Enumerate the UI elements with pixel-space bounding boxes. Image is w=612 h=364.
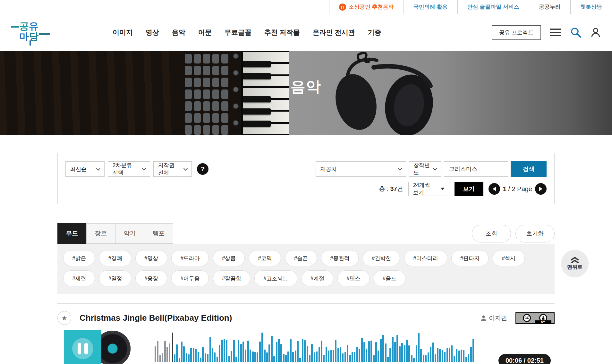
tag-passion[interactable]: #열정 (99, 270, 131, 286)
reset-button[interactable]: 초기화 (515, 225, 555, 242)
tag-dark[interactable]: #어두움 (171, 270, 208, 286)
tag-building-up[interactable]: #고조되는 (254, 270, 297, 286)
nav-item-online-exhibition[interactable]: 온라인 전시관 (313, 28, 355, 37)
creation-year-select[interactable]: 창작년도 (409, 161, 441, 177)
search-icon[interactable] (570, 27, 581, 38)
waveform-bar (205, 353, 206, 362)
favorite-star-icon[interactable]: ★ (57, 311, 71, 325)
nav-item-music[interactable]: 음악 (172, 28, 185, 37)
sort-select[interactable]: 최신순 (65, 161, 105, 177)
tag-clean[interactable]: #깔끔함 (213, 270, 250, 286)
waveform-bar (207, 354, 208, 362)
tab-tempo[interactable]: 템포 (144, 223, 173, 244)
waveform-bar (349, 355, 351, 362)
view-button[interactable]: 보기 (455, 182, 483, 196)
headphones-graphic (318, 51, 446, 135)
tag-dreamy[interactable]: #몽환적 (321, 250, 358, 266)
chevron-down-icon (142, 166, 146, 171)
tab-mood[interactable]: 무드 (57, 223, 87, 244)
pagination: 1 / 2 Page (489, 183, 547, 195)
query-button[interactable]: 조회 (472, 225, 511, 242)
tag-fresh[interactable]: #상큼 (213, 250, 245, 266)
tab-genre[interactable]: 장르 (86, 223, 115, 244)
next-page-button[interactable] (535, 183, 547, 195)
waveform-bar (221, 340, 223, 362)
waveform-bar (295, 351, 296, 362)
waveform-bar (228, 356, 230, 362)
tag-sad[interactable]: #슬픈 (285, 250, 317, 266)
topbar-link-chatbot[interactable]: 챗봇상담 (570, 0, 612, 14)
waveform-bar (373, 355, 375, 362)
nav-item-images[interactable]: 이미지 (113, 28, 133, 37)
waveform-bar (271, 336, 273, 362)
track-author: 이지빈 (480, 314, 507, 322)
cc-by-license-badge[interactable]: CC BY (515, 312, 555, 324)
search-button[interactable]: 검색 (511, 161, 547, 177)
nav-item-donate[interactable]: 기증 (368, 28, 381, 37)
chevron-down-icon (433, 166, 437, 171)
tag-dance[interactable]: #댄스 (337, 270, 369, 286)
menu-icon[interactable] (550, 29, 561, 36)
tag-urgent[interactable]: #긴박한 (363, 250, 400, 266)
tag-meditation[interactable]: #명상 (135, 250, 167, 266)
nav-item-literature[interactable]: 어문 (198, 28, 212, 37)
tag-cheerful[interactable]: #경쾌 (99, 250, 131, 266)
nav-item-video[interactable]: 영상 (146, 28, 159, 37)
topbar-link-kogl[interactable]: 공공누리 (529, 0, 570, 14)
tag-row-1: #밝은 #경쾌 #명상 #드라마 #상큼 #코믹 #슬픈 #몽환적 #긴박한 #… (63, 250, 549, 266)
topbar-link-national-ceremony[interactable]: 국민의례 활용 (404, 0, 457, 14)
waveform-bar (342, 353, 344, 362)
waveform-bar (408, 345, 410, 362)
waveform-bar (337, 348, 339, 362)
tag-seasonal[interactable]: #계절 (302, 270, 333, 286)
waveform-bar (370, 341, 372, 362)
tag-grand[interactable]: #웅장 (135, 270, 167, 286)
license-select[interactable]: 저작권 전체 (153, 161, 192, 177)
waveform-bar (363, 342, 365, 362)
track-title[interactable]: Christmas Jingle Bell(Pixabay Edition) (80, 313, 232, 323)
topbar-link-label: 소상공인 추천음악 (349, 3, 394, 11)
play-pause-button[interactable] (64, 330, 101, 364)
user-icon[interactable] (590, 27, 601, 38)
tag-drama[interactable]: #드라마 (171, 250, 208, 266)
tag-refined[interactable]: #세련 (63, 270, 95, 286)
track-list-item: ★ Christmas Jingle Bell(Pixabay Edition)… (57, 303, 555, 364)
waveform-bar (278, 339, 280, 362)
tag-comic[interactable]: #코믹 (249, 250, 281, 266)
per-page-select[interactable]: 24개씩 보기 (408, 182, 449, 196)
topbar-link-recommended-music[interactable]: 소상공인 추천음악 (329, 0, 404, 14)
tag-old[interactable]: #올드 (374, 270, 405, 286)
pause-icon (72, 338, 93, 359)
tag-fantasy[interactable]: #판타지 (451, 250, 489, 266)
share-project-button[interactable]: 공유 프로젝트 (492, 25, 541, 40)
tag-bright[interactable]: #밝은 (63, 250, 95, 266)
prev-page-button[interactable] (489, 183, 500, 195)
help-icon[interactable]: ? (197, 163, 208, 175)
main-header: 공 유 마 당 이미지 영상 음악 어문 무료글꼴 추천 저작물 온라인 전시관… (0, 14, 612, 51)
keyword-input[interactable] (444, 161, 508, 177)
waveform-bar (186, 353, 187, 362)
waveform-bar (292, 352, 294, 362)
tab-instrument[interactable]: 악기 (115, 223, 144, 244)
waveform-bar (290, 339, 292, 362)
site-logo[interactable]: 공 유 마 당 (11, 19, 50, 46)
waveform-bar (209, 337, 211, 362)
topbar-link-safe-fonts[interactable]: 안심 글꼴파일 서비스 (457, 0, 529, 14)
waveform-bar (169, 343, 170, 362)
waveform-bar (461, 350, 462, 362)
waveform-bar (385, 343, 387, 362)
back-to-top-button[interactable]: 맨위로 (561, 250, 589, 277)
waveform-bar (321, 341, 322, 362)
tag-sexy[interactable]: #섹시 (493, 250, 524, 266)
nav-item-recommended-works[interactable]: 추천 저작물 (264, 28, 300, 37)
waveform-bar (226, 340, 227, 362)
waveform[interactable] (155, 330, 478, 362)
waveform-bar (446, 348, 448, 362)
tag-mystery[interactable]: #미스터리 (404, 250, 447, 266)
waveform-bar (340, 347, 341, 362)
waveform-bar (164, 341, 166, 362)
nav-item-free-fonts[interactable]: 무료글꼴 (225, 28, 251, 37)
playhead-cursor[interactable] (172, 333, 173, 362)
subcategory-select[interactable]: 2차분류 선택 (108, 161, 150, 177)
provider-select[interactable]: 제공처 (316, 161, 406, 177)
